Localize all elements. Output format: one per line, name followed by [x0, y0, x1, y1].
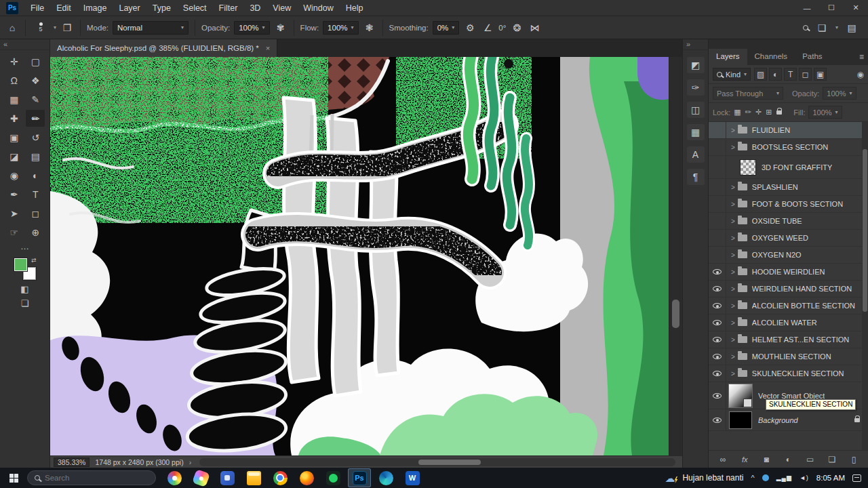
expand-caret-icon[interactable]: > — [731, 336, 735, 344]
taskbar-search[interactable] — [27, 470, 156, 485]
chrome-icon[interactable] — [269, 468, 292, 487]
minimize-button[interactable]: — — [795, 0, 819, 16]
tab-channels[interactable]: Channels — [747, 49, 795, 65]
filter-kind-select[interactable]: Kind ▾ — [713, 68, 751, 81]
layer-row-foot-boots-section[interactable]: >FOOT & BOOTS SECTION — [709, 196, 868, 213]
menu-edit[interactable]: Edit — [50, 0, 77, 16]
vertical-scrollbar[interactable] — [669, 57, 682, 455]
word-icon[interactable]: W — [401, 468, 424, 487]
layer-row-oxside-tube[interactable]: >OXSIDE TUBE — [709, 213, 868, 230]
menu-view[interactable]: View — [267, 0, 297, 16]
horizontal-scrollbar-thumb[interactable] — [418, 460, 481, 465]
photos-app-icon[interactable] — [163, 468, 186, 487]
pressure-opacity-icon[interactable]: ✾ — [274, 20, 288, 35]
layer-row-alcolien-bottle-section[interactable]: >ALCOLIEN BOTTLE SECTION — [709, 298, 868, 314]
adjustment-layer-icon[interactable]: ◐ — [783, 455, 793, 464]
filter-shape-icon[interactable]: ◻ — [799, 68, 812, 81]
quick-selection-tool[interactable]: ❖ — [26, 72, 45, 89]
expand-caret-icon[interactable]: > — [731, 285, 735, 293]
chevron-down-icon[interactable]: ▾ — [54, 24, 56, 30]
filter-smart-icon[interactable]: ▣ — [814, 68, 827, 81]
expand-caret-icon[interactable]: > — [731, 251, 735, 259]
visibility-toggle[interactable] — [709, 365, 726, 382]
menu-window[interactable]: Window — [297, 0, 339, 16]
filter-type-icon[interactable]: T — [784, 68, 797, 81]
layer-mask-icon[interactable]: ◙ — [762, 455, 771, 464]
menu-help[interactable]: Help — [340, 0, 370, 16]
lock-artboard-icon[interactable]: ⊞ — [766, 108, 772, 117]
mail-app-icon[interactable] — [216, 468, 239, 487]
visibility-toggle[interactable] — [709, 122, 726, 138]
edit-toolbar-icon[interactable]: … — [0, 243, 50, 253]
whatsapp-icon[interactable] — [321, 468, 344, 487]
zoom-tool[interactable]: ⊕ — [26, 224, 45, 241]
menu-filter[interactable]: Filter — [213, 0, 244, 16]
lasso-tool[interactable]: Ω — [5, 72, 24, 89]
filter-adjustment-icon[interactable]: ◐ — [769, 68, 782, 81]
visibility-toggle[interactable] — [709, 213, 726, 229]
layers-scrollbar-thumb[interactable] — [863, 149, 867, 312]
clone-stamp-tool[interactable]: ▣ — [5, 129, 24, 146]
hand-tool[interactable]: ☞ — [5, 224, 24, 241]
visibility-toggle[interactable] — [709, 298, 726, 314]
expand-caret-icon[interactable]: > — [731, 201, 735, 208]
background-thumbnail[interactable] — [729, 411, 752, 429]
lock-paint-icon[interactable]: ✏ — [745, 108, 751, 117]
zoom-level-field[interactable]: 385.33% — [54, 458, 90, 467]
pressure-size-icon[interactable]: ❂ — [510, 20, 524, 35]
notification-center-icon[interactable] — [852, 474, 861, 482]
opacity-field[interactable]: 100% ▾ — [234, 21, 269, 35]
layer-row-oxygen-n2o[interactable]: >OXYGEN N2O — [709, 247, 868, 264]
filter-pixel-icon[interactable]: ▨ — [754, 68, 767, 81]
visibility-toggle[interactable] — [709, 331, 726, 348]
expand-caret-icon[interactable]: > — [731, 144, 735, 151]
expand-caret-icon[interactable]: > — [731, 302, 735, 310]
visibility-toggle[interactable] — [709, 409, 726, 430]
layer-row-hoodie-weirdlien[interactable]: >HOODIE WEIRDLIEN — [709, 264, 868, 281]
smoothing-options-gear-icon[interactable]: ⚙ — [463, 20, 477, 35]
expand-caret-icon[interactable]: > — [731, 235, 735, 242]
lock-position-icon[interactable]: ✛ — [755, 108, 762, 117]
crop-tool[interactable]: ▦ — [5, 91, 24, 108]
visibility-toggle[interactable] — [709, 156, 726, 178]
eraser-tool[interactable]: ◪ — [5, 148, 24, 165]
document-tab[interactable]: Alcoholic For Sleephy.psd @ 385% (FLUIDL… — [50, 39, 277, 57]
libraries-icon[interactable]: ▦ — [687, 124, 705, 140]
layer-effects-icon[interactable]: fx — [740, 455, 749, 464]
filter-toggle-icon[interactable]: ◉ — [857, 70, 864, 79]
expand-caret-icon[interactable]: > — [731, 268, 735, 276]
blur-tool[interactable]: ◉ — [5, 167, 24, 184]
chevron-down-icon[interactable]: ▾ — [835, 24, 838, 30]
color-panel-icon[interactable]: ◩ — [687, 57, 705, 73]
tab-paths[interactable]: Paths — [795, 49, 829, 65]
new-layer-icon[interactable]: ❏ — [827, 455, 837, 464]
expand-caret-icon[interactable]: > — [731, 218, 735, 225]
foreground-color-swatch[interactable] — [14, 258, 27, 271]
smart-object-thumbnail[interactable] — [728, 384, 753, 408]
panel-menu-icon[interactable]: ≡ — [859, 52, 864, 62]
tab-layers[interactable]: Layers — [709, 49, 747, 65]
brush-preset-picker[interactable]: 5 — [32, 22, 50, 33]
layer-row-background[interactable]: Background — [709, 409, 868, 431]
layer-row-fluidlien[interactable]: >FLUIDLIEN — [709, 122, 868, 139]
clock[interactable]: 8:05 AM — [816, 474, 845, 482]
status-chevron-icon[interactable]: › — [189, 458, 192, 466]
visibility-toggle[interactable] — [709, 139, 726, 155]
maximize-button[interactable]: ☐ — [819, 0, 844, 16]
file-explorer-icon[interactable] — [242, 468, 265, 487]
menu-file[interactable]: File — [24, 0, 50, 16]
blend-mode-select[interactable]: Normal ▾ — [113, 21, 189, 35]
visibility-toggle[interactable] — [709, 314, 726, 331]
shape-tool[interactable]: ◻ — [26, 205, 45, 222]
tray-app-icon[interactable] — [762, 474, 769, 481]
type-tool[interactable]: T — [26, 186, 45, 203]
new-group-icon[interactable]: ▭ — [806, 455, 815, 464]
eyedropper-tool[interactable]: ✎ — [26, 91, 45, 108]
move-tool[interactable]: ✛ — [5, 53, 24, 70]
expand-caret-icon[interactable]: > — [731, 319, 735, 327]
layer-thumbnail[interactable] — [740, 159, 756, 176]
start-button[interactable] — [0, 468, 27, 488]
toggle-brush-panel-icon[interactable]: ❐ — [60, 20, 74, 35]
delete-layer-icon[interactable]: ▯ — [849, 455, 859, 464]
layer-opacity-field[interactable]: 100% ▾ — [823, 87, 856, 100]
